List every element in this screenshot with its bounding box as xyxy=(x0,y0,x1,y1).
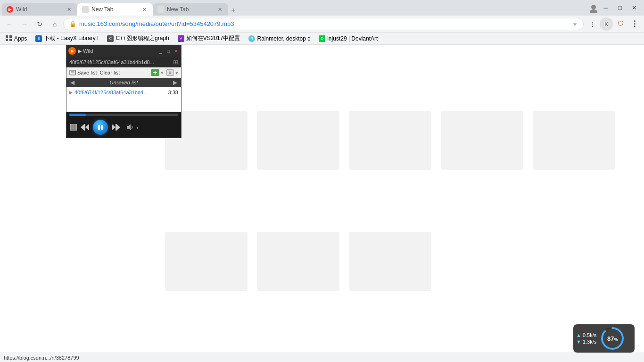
save-list-button[interactable]: Save list xyxy=(69,70,97,75)
bookmark-vs2017[interactable]: V 如何在VS2017中配置 xyxy=(175,33,243,43)
chrome-extension-2[interactable]: 🛡 xyxy=(614,17,627,31)
svg-rect-8 xyxy=(101,125,103,130)
prev-icon xyxy=(80,123,90,132)
status-bar: https://blog.csdn.n.../n/38278799 xyxy=(0,353,644,362)
tab-wild[interactable]: ▶ Wild ✕ xyxy=(2,3,77,16)
playlist-item-1[interactable]: ▶ 40f6/674f/125c/83af64a31bd4... 3:38 xyxy=(66,88,181,97)
profile-button[interactable] xyxy=(587,2,600,14)
download-value: 1.3k/s xyxy=(583,339,596,345)
player-playlist-icon[interactable]: ⊞ xyxy=(173,58,178,66)
playlist-item-arrow: ▶ xyxy=(69,90,73,95)
tabs-row: ▶ Wild ✕ New Tab ✕ New Tab ✕ + xyxy=(2,0,587,16)
player-minimize-button[interactable]: _ xyxy=(157,48,164,54)
forward-button[interactable]: → xyxy=(18,17,31,31)
tab-wild-close[interactable]: ✕ xyxy=(65,6,73,13)
play-pause-button[interactable] xyxy=(93,120,108,135)
playlist-next-button[interactable]: ▶ xyxy=(173,79,177,86)
player-playlist-header: ◀ Unsaved list ▶ xyxy=(66,78,181,87)
tab-newtab-1-close[interactable]: ✕ xyxy=(140,6,148,13)
tile-5[interactable] xyxy=(533,111,615,170)
tab-newtab-1-favicon xyxy=(82,6,89,13)
tile-2[interactable] xyxy=(257,111,339,170)
bookmark-cpp[interactable]: C C++图形编程之graph xyxy=(104,33,172,43)
minimize-button[interactable]: ─ xyxy=(600,2,612,14)
player-progress-area[interactable] xyxy=(66,112,181,117)
progress-bar-fill xyxy=(69,114,86,116)
previous-button[interactable] xyxy=(80,123,90,132)
playlist-items: ▶ 40f6/674f/125c/83af64a31bd4... 3:38 xyxy=(66,87,181,112)
bookmark-cpp-favicon: C xyxy=(107,35,114,42)
player-toolbar: Save list Clear list ▾ ≡ ▾ xyxy=(66,67,181,78)
back-button[interactable]: ← xyxy=(3,17,16,31)
volume-button[interactable] xyxy=(126,123,133,131)
add-dropdown-arrow: ▾ xyxy=(161,70,164,76)
playlist-empty-space xyxy=(66,97,181,111)
bookmark-deviantart-label: injust29 | DeviantArt xyxy=(327,35,378,42)
bookmark-cpp-label: C++图形编程之graph xyxy=(116,34,169,42)
download-arrow-icon: ▼ xyxy=(576,339,581,345)
player-app-icon: ▶ xyxy=(68,47,76,55)
bookmark-vs2017-label: 如何在VS2017中配置 xyxy=(186,34,240,42)
upload-arrow-icon: ▲ xyxy=(576,332,581,338)
extensions-button[interactable]: ⋮ xyxy=(586,17,599,31)
main-content: ▶ ▶ Wild _ □ ✕ 40f6/674f/125c/83af64a31b… xyxy=(0,45,644,362)
bookmark-deviantart[interactable]: D injust29 | DeviantArt xyxy=(316,34,380,43)
tab-newtab-2-close[interactable]: ✕ xyxy=(216,6,223,13)
view-button[interactable]: ≡ ▾ xyxy=(166,69,178,76)
svg-marker-6 xyxy=(85,124,89,131)
bookmark-star-icon[interactable]: ★ xyxy=(572,21,578,27)
bookmark-apps-label: Apps xyxy=(14,35,27,42)
svg-marker-12 xyxy=(127,124,131,130)
bookmark-rainmeter-favicon: R xyxy=(248,35,255,42)
next-button[interactable] xyxy=(111,123,121,132)
tile-3[interactable] xyxy=(349,111,431,170)
player-title-bar: ▶ ▶ Wild _ □ ✕ xyxy=(66,45,181,57)
svg-point-1 xyxy=(590,9,597,13)
bookmark-easyx-label: 下載 - EasyX Library f xyxy=(44,34,99,42)
save-icon xyxy=(69,70,76,75)
player-controls: ▾ xyxy=(66,117,181,138)
progress-bar[interactable] xyxy=(69,114,178,116)
add-svg-icon xyxy=(153,70,157,75)
window-close-button[interactable]: ✕ xyxy=(628,2,640,14)
lock-icon: 🔒 xyxy=(69,21,76,27)
volume-dropdown-arrow[interactable]: ▾ xyxy=(136,125,139,130)
chrome-extension-1[interactable]: K xyxy=(600,17,613,31)
address-bar[interactable]: 🔒 music.163.com/song/media/outer/url?id=… xyxy=(63,18,584,30)
tile-6[interactable] xyxy=(165,232,248,291)
player-maximize-button[interactable]: □ xyxy=(165,48,172,54)
player-header-title: 40f6/674f/125c/83af64a31bd4b1d8... xyxy=(69,59,154,65)
menu-button[interactable]: ⋮ xyxy=(628,17,641,31)
home-button[interactable]: ⌂ xyxy=(48,17,61,31)
nav-bar: ← → ↻ ⌂ 🔒 music.163.com/song/media/outer… xyxy=(0,16,644,33)
add-to-list-button[interactable]: ▾ xyxy=(151,69,164,76)
bookmark-easyx[interactable]: E 下載 - EasyX Library f xyxy=(33,33,101,43)
tab-newtab-2-title: New Tab xyxy=(167,6,213,13)
network-stats: ▲ 0.5k/s ▼ 1.3k/s xyxy=(576,332,596,345)
title-bar: ▶ Wild ✕ New Tab ✕ New Tab ✕ + ─ □ ✕ xyxy=(0,0,644,16)
reload-button[interactable]: ↻ xyxy=(33,17,46,31)
bookmark-rainmeter[interactable]: R Rainmeter, desktop c xyxy=(246,34,313,43)
bookmark-apps[interactable]: Apps xyxy=(3,34,30,43)
new-tab-button[interactable]: + xyxy=(228,5,239,16)
stop-button[interactable] xyxy=(70,124,77,131)
tab-newtab-2[interactable]: New Tab ✕ xyxy=(153,3,228,16)
tile-7[interactable] xyxy=(257,232,339,291)
status-url: https://blog.csdn.n.../n/38278799 xyxy=(4,355,79,361)
tile-8[interactable] xyxy=(349,232,431,291)
address-text: music.163.com/song/media/outer/url?id=53… xyxy=(79,20,570,27)
svg-point-0 xyxy=(591,5,596,9)
upload-stat: ▲ 0.5k/s xyxy=(576,332,596,338)
tab-newtab-1[interactable]: New Tab ✕ xyxy=(77,3,153,16)
clear-list-button[interactable]: Clear list xyxy=(100,70,120,75)
maximize-button[interactable]: □ xyxy=(614,2,626,14)
player-close-button[interactable]: ✕ xyxy=(173,48,179,54)
tile-4[interactable] xyxy=(441,111,523,170)
svg-marker-9 xyxy=(112,124,116,131)
svg-rect-7 xyxy=(98,125,100,130)
playlist-prev-button[interactable]: ◀ xyxy=(70,79,74,86)
svg-marker-11 xyxy=(116,124,120,131)
bookmarks-bar: Apps E 下載 - EasyX Library f C C++图形编程之gr… xyxy=(0,33,644,45)
window-controls: ─ □ ✕ xyxy=(600,2,642,14)
player-header: 40f6/674f/125c/83af64a31bd4b1d8... ⊞ xyxy=(66,57,181,67)
